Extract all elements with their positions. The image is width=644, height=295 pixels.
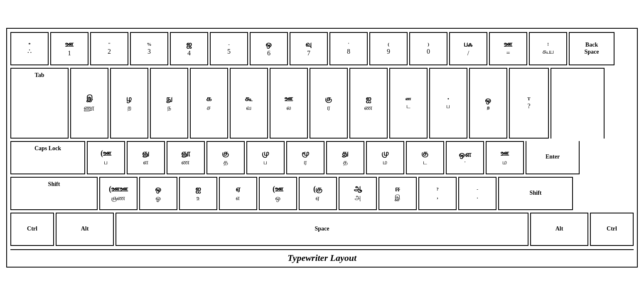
key-4[interactable]: ஜ 4: [170, 32, 208, 65]
key-d[interactable]: ஞூ ண: [167, 141, 205, 174]
key-shift-right[interactable]: Shift: [498, 177, 573, 210]
key-enter-top: [551, 68, 605, 139]
key-3[interactable]: % 3: [130, 32, 168, 65]
key-period[interactable]: ? ,: [418, 177, 457, 210]
key-caps-lock[interactable]: Caps Lock: [10, 141, 85, 174]
key-8[interactable]: ' 8: [329, 32, 368, 65]
key-equal[interactable]: ஊ =: [489, 32, 527, 65]
key-shift-left[interactable]: Shift: [10, 177, 98, 210]
key-comma[interactable]: ஈ இ: [379, 177, 417, 210]
key-r[interactable]: க ச: [190, 68, 228, 139]
key-a[interactable]: (ஊ ப: [87, 141, 125, 174]
key-bracket-open[interactable]: ஒ ற: [469, 68, 507, 139]
key-slash[interactable]: - .: [458, 177, 497, 210]
key-bracket-close[interactable]: T ?: [509, 68, 549, 139]
key-minus[interactable]: பஃ /: [449, 32, 487, 65]
key-u[interactable]: கு ர: [310, 68, 348, 139]
key-k[interactable]: மு ம: [366, 141, 404, 174]
key-pipe[interactable]: ! கூய: [529, 32, 567, 65]
key-space[interactable]: Space: [116, 213, 528, 246]
key-h[interactable]: மூ ர: [286, 141, 324, 174]
key-g[interactable]: மு ப: [246, 141, 285, 174]
bottom-row: Ctrl Alt Space Alt Ctrl: [10, 213, 634, 246]
number-row: * ∴ ஊ 1 " 2 % 3 ஜ 4 - 5 ஒ 6 வு 7: [10, 32, 634, 65]
key-7[interactable]: வு 7: [290, 32, 328, 65]
key-backspace[interactable]: BackSpace: [569, 32, 615, 65]
key-5[interactable]: - 5: [210, 32, 248, 65]
key-y[interactable]: ஊ ல: [270, 68, 308, 139]
key-i[interactable]: ஐ ண: [349, 68, 388, 139]
key-q[interactable]: இ ணூ: [70, 68, 108, 139]
shift-row: Shift (ஊஊ ஞண ஒ ஓ ஐ உ ஏ எ (ஊ ஒ (கு ஏ ஆ அ: [10, 177, 634, 210]
key-quote[interactable]: ஊ ம: [486, 141, 524, 174]
key-s[interactable]: ஞு ள: [127, 141, 165, 174]
key-2[interactable]: " 2: [90, 32, 128, 65]
key-x[interactable]: ஒ ஓ: [139, 177, 177, 210]
keyboard: * ∴ ஊ 1 " 2 % 3 ஜ 4 - 5 ஒ 6 வு 7: [6, 28, 638, 268]
key-v[interactable]: ஏ எ: [219, 177, 257, 210]
key-z[interactable]: (ஊஊ ஞண: [99, 177, 138, 210]
key-backtick[interactable]: * ∴: [10, 32, 49, 65]
key-tab[interactable]: Tab: [10, 68, 69, 139]
key-w[interactable]: ழ ற: [110, 68, 148, 139]
key-alt-right[interactable]: Alt: [530, 213, 588, 246]
key-semicolon[interactable]: ஔ ·: [446, 141, 484, 174]
key-6[interactable]: ஒ 6: [250, 32, 288, 65]
key-b[interactable]: (ஊ ஒ: [259, 177, 297, 210]
key-j[interactable]: து த: [326, 141, 364, 174]
key-1[interactable]: ஊ 1: [50, 32, 88, 65]
key-p[interactable]: • ப: [429, 68, 467, 139]
qwerty-row: Tab இ ணூ ழ ற நு ந க ச கூ வ ஊ ல கு ர: [10, 68, 634, 139]
key-l[interactable]: கு ட: [406, 141, 444, 174]
key-f[interactable]: கு த: [206, 141, 245, 174]
key-e[interactable]: நு ந: [150, 68, 188, 139]
key-ctrl-left[interactable]: Ctrl: [10, 213, 54, 246]
keyboard-layout-label: Typewriter Layout: [10, 249, 634, 263]
key-n[interactable]: (கு ஏ: [299, 177, 337, 210]
key-o[interactable]: ண ட: [389, 68, 428, 139]
key-ctrl-right[interactable]: Ctrl: [590, 213, 634, 246]
key-enter[interactable]: Enter: [526, 141, 580, 174]
key-0[interactable]: ) 0: [409, 32, 447, 65]
key-alt-left[interactable]: Alt: [56, 213, 114, 246]
key-t[interactable]: கூ வ: [230, 68, 268, 139]
key-c[interactable]: ஐ உ: [179, 177, 217, 210]
asdf-row: Caps Lock (ஊ ப ஞு ள ஞூ ண கு த மு ப மூ ர …: [10, 141, 634, 174]
key-m[interactable]: ஆ அ: [339, 177, 377, 210]
key-9[interactable]: ( 9: [369, 32, 408, 65]
